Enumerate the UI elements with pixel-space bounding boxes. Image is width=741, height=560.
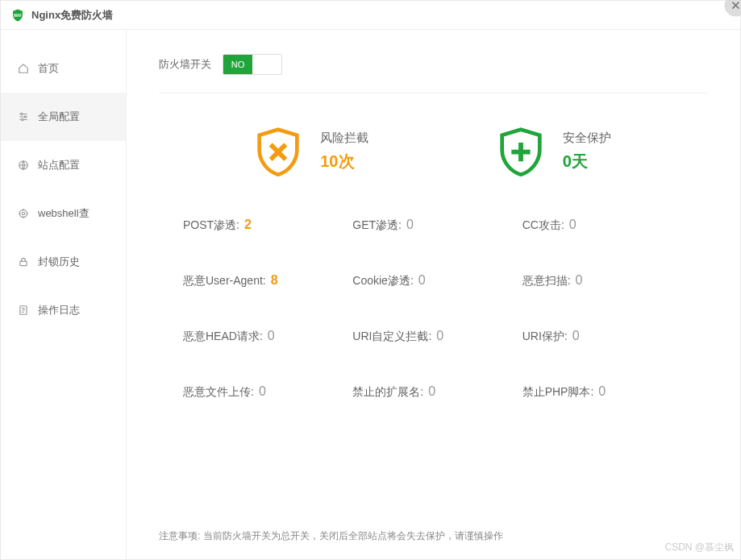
sidebar-item-label: webshell查 xyxy=(38,206,90,221)
stat-value: 0 xyxy=(572,329,580,342)
titlebar: WAF Nginx免费防火墙 xyxy=(1,1,740,30)
stat-value: 0 xyxy=(576,273,583,287)
sidebar-item-label: 站点配置 xyxy=(38,158,80,172)
stat-item: URI保护:0 xyxy=(522,329,684,344)
safe-value: 0 xyxy=(563,152,572,170)
firewall-switch-label: 防火墙开关 xyxy=(159,57,211,72)
sidebar-item-block-history[interactable]: 封锁历史 xyxy=(1,238,126,286)
stat-value: 0 xyxy=(406,218,414,231)
shield-x-icon xyxy=(256,126,301,177)
stat-item: 恶意HEAD请求:0 xyxy=(183,329,344,344)
sliders-icon xyxy=(17,110,30,123)
stat-label: Cookie渗透: xyxy=(352,274,413,287)
stat-item: 恶意User-Agent:8 xyxy=(183,273,344,288)
sidebar-item-operation-log[interactable]: 操作日志 xyxy=(1,286,126,334)
notice-text: 注意事项: 当前防火墙开关为总开关，关闭后全部站点将会失去保护，请谨慎操作 xyxy=(159,529,503,543)
svg-point-2 xyxy=(24,116,26,118)
stat-label: 恶意HEAD请求: xyxy=(183,330,263,342)
close-icon[interactable] xyxy=(724,0,741,17)
stat-item: POST渗透:2 xyxy=(183,218,344,233)
svg-point-6 xyxy=(22,212,25,215)
sidebar-item-global-config[interactable]: 全局配置 xyxy=(1,93,126,141)
sidebar: 首页 全局配置 站点配置 webshell查 封锁历史 操作日志 xyxy=(1,30,127,559)
sidebar-item-label: 首页 xyxy=(38,61,59,76)
stat-label: POST渗透: xyxy=(183,218,239,231)
stat-value: 8 xyxy=(271,273,278,287)
stat-item: 禁止PHP脚本:0 xyxy=(522,384,684,400)
stat-value: 0 xyxy=(259,384,266,398)
stat-label: 禁止的扩展名: xyxy=(352,385,423,398)
hero-safe-block: 安全保护 0天 xyxy=(498,126,611,177)
home-icon xyxy=(17,62,30,75)
stat-item: Cookie渗透:0 xyxy=(352,273,514,288)
stat-value: 0 xyxy=(268,329,275,342)
watermark: CSDN @慕尘枫 xyxy=(664,541,734,554)
stat-label: URI保护: xyxy=(522,330,568,342)
stat-item: 恶意文件上传:0 xyxy=(183,384,344,400)
switch-on-state: NO xyxy=(223,55,252,74)
firewall-switch-toggle[interactable]: NO xyxy=(223,54,282,75)
risk-unit: 次 xyxy=(339,152,355,170)
stats-grid: POST渗透:2GET渗透:0CC攻击:0恶意User-Agent:8Cooki… xyxy=(159,218,708,400)
svg-rect-7 xyxy=(20,261,27,265)
stat-item: GET渗透:0 xyxy=(352,218,514,233)
globe-icon xyxy=(17,159,30,172)
target-icon xyxy=(17,207,30,220)
shield-plus-icon xyxy=(498,126,543,177)
lock-icon xyxy=(17,255,30,268)
stat-value: 0 xyxy=(598,384,606,398)
stat-item: URI自定义拦截:0 xyxy=(352,329,514,344)
stat-label: 禁止PHP脚本: xyxy=(522,385,594,398)
stat-item: 恶意扫描:0 xyxy=(522,273,684,288)
risk-value: 10 xyxy=(320,152,338,170)
svg-point-3 xyxy=(22,118,23,120)
stat-value: 0 xyxy=(418,273,426,287)
sidebar-item-label: 操作日志 xyxy=(38,303,80,317)
waf-logo-icon: WAF xyxy=(10,8,25,23)
sidebar-item-label: 全局配置 xyxy=(38,110,80,124)
stat-item: CC攻击:0 xyxy=(522,218,684,233)
sidebar-item-label: 封锁历史 xyxy=(38,255,80,269)
stat-label: 恶意文件上传: xyxy=(183,385,254,398)
safe-label: 安全保护 xyxy=(563,131,611,146)
stat-value: 0 xyxy=(428,384,435,398)
log-icon xyxy=(17,304,30,317)
svg-text:WAF: WAF xyxy=(14,13,22,17)
stat-label: 恶意User-Agent: xyxy=(183,274,266,287)
window-title: Nginx免费防火墙 xyxy=(31,8,113,23)
sidebar-item-site-config[interactable]: 站点配置 xyxy=(1,141,126,189)
safe-unit: 天 xyxy=(572,152,588,170)
stat-label: CC攻击: xyxy=(522,218,564,231)
sidebar-item-home[interactable]: 首页 xyxy=(1,44,126,93)
switch-off-state xyxy=(252,55,281,74)
stat-value: 0 xyxy=(436,329,443,342)
stat-item: 禁止的扩展名:0 xyxy=(352,384,514,400)
hero-risk-block: 风险拦截 10次 xyxy=(256,126,368,177)
stat-label: GET渗透: xyxy=(352,218,402,231)
risk-label: 风险拦截 xyxy=(320,131,368,146)
stat-value: 2 xyxy=(244,218,252,231)
stat-value: 0 xyxy=(569,218,577,231)
svg-point-1 xyxy=(21,113,23,114)
stat-label: 恶意扫描: xyxy=(522,274,571,287)
sidebar-item-webshell[interactable]: webshell查 xyxy=(1,189,126,238)
main-content: 防火墙开关 NO 风险拦截 10次 xyxy=(127,30,740,559)
svg-point-5 xyxy=(19,209,27,217)
stat-label: URI自定义拦截: xyxy=(352,330,431,342)
